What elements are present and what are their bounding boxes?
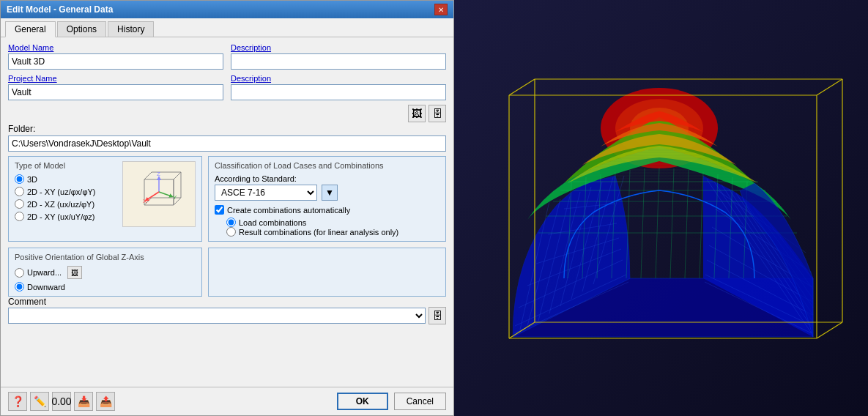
- tab-general[interactable]: General: [5, 21, 56, 37]
- radio-2d-xz-label: 2D - XZ (ux/uz/φY): [27, 200, 94, 209]
- radio-2d-xy2[interactable]: [15, 212, 24, 221]
- counter-icon: 0.00: [51, 395, 71, 407]
- z-axis-section: Positive Orientation of Global Z-Axis Up…: [8, 248, 446, 297]
- folder-input[interactable]: [8, 135, 446, 152]
- type-of-model-section: Type of Model 3D 2D - XY (uz/φx/φY) 2: [8, 156, 202, 242]
- result-combinations-item: Result combinations (for linear analysis…: [226, 227, 439, 237]
- comment-input-row: 🗄: [8, 307, 446, 324]
- project-description-input[interactable]: [231, 84, 446, 100]
- z-axis-title: Positive Orientation of Global Z-Axis: [15, 253, 196, 261]
- type-of-model-title: Type of Model: [15, 161, 119, 170]
- model-description-input[interactable]: [231, 53, 446, 70]
- folder-icon-btn-1[interactable]: 🖼: [408, 105, 426, 122]
- sections-row: Type of Model 3D 2D - XY (uz/φx/φY) 2: [8, 156, 446, 242]
- create-combinations-row: Create combinations automatically: [215, 205, 439, 215]
- svg-text:X: X: [143, 198, 147, 204]
- upward-icon: 🖼: [71, 269, 78, 277]
- svg-line-3: [144, 172, 152, 179]
- dialog-footer: ❓ ✏️ 0.00 📥 📤 OK Cancel: [1, 387, 453, 415]
- z-axis-box: Positive Orientation of Global Z-Axis Up…: [8, 248, 202, 297]
- comment-section: Comment 🗄: [8, 297, 446, 324]
- project-name-row: Project Name Description: [8, 74, 446, 100]
- radio-2d-xz-item: 2D - XZ (ux/uz/φY): [15, 199, 119, 209]
- load-combinations-radio[interactable]: [226, 218, 236, 227]
- standard-row: ASCE 7-16 ▼: [215, 185, 439, 201]
- ok-button[interactable]: OK: [337, 393, 388, 410]
- project-description-label: Description: [231, 74, 446, 83]
- comment-icon-btn[interactable]: 🗄: [429, 307, 446, 324]
- model-description-group: Description: [231, 43, 446, 70]
- close-icon: ✕: [438, 6, 444, 14]
- dialog-title: Edit Model - General Data: [7, 4, 113, 15]
- classification-title: Classification of Load Cases and Combina…: [215, 161, 439, 170]
- upward-radio[interactable]: [15, 268, 24, 278]
- model-description-label: Description: [231, 43, 446, 52]
- folder-label: Folder:: [8, 124, 446, 134]
- counter-btn[interactable]: 0.00: [52, 392, 71, 411]
- downward-radio[interactable]: [15, 282, 24, 291]
- filter-button[interactable]: ▼: [322, 185, 338, 201]
- load-combinations-item: Load combinations: [226, 218, 439, 227]
- radio-2d-xy-item: 2D - XY (uz/φx/φY): [15, 187, 119, 196]
- standard-select[interactable]: ASCE 7-16: [215, 185, 317, 201]
- project-description-group: Description: [231, 74, 446, 100]
- import-icon: 📥: [78, 395, 90, 407]
- radio-3d-label: 3D: [27, 175, 37, 184]
- z-axis-radio-group: Upward... 🖼 Downward: [15, 266, 196, 291]
- folder-row: Folder:: [8, 124, 446, 152]
- folder-input-row: [8, 135, 446, 152]
- upward-icon-btn[interactable]: 🖼: [67, 266, 82, 279]
- help-btn[interactable]: ❓: [8, 392, 27, 411]
- radio-3d-item: 3D: [15, 174, 119, 184]
- folder-icons-row: 🖼 🗄: [8, 105, 446, 122]
- filter-icon: ▼: [325, 187, 334, 198]
- export-btn[interactable]: 📤: [96, 392, 115, 411]
- cancel-button[interactable]: Cancel: [394, 393, 446, 410]
- standard-label: According to Standard:: [215, 174, 439, 183]
- comment-select[interactable]: [8, 308, 426, 324]
- combinations-radio-group: Load combinations Result combinations (f…: [226, 218, 439, 237]
- radio-3d[interactable]: [15, 174, 24, 184]
- project-name-input[interactable]: [8, 84, 223, 100]
- z-axis-placeholder: [208, 248, 446, 297]
- viewport: [454, 0, 868, 416]
- result-combinations-radio[interactable]: [226, 227, 236, 237]
- type-of-model-content: Type of Model 3D 2D - XY (uz/φx/φY) 2: [15, 161, 119, 237]
- type-radio-group: 3D 2D - XY (uz/φx/φY) 2D - XZ (ux/uz/φY): [15, 174, 119, 221]
- tab-options[interactable]: Options: [57, 21, 106, 37]
- svg-text:Y: Y: [173, 194, 177, 201]
- footer-actions: OK Cancel: [337, 393, 446, 410]
- project-name-group: Project Name: [8, 74, 223, 100]
- radio-2d-xy2-item: 2D - XY (ux/uY/φz): [15, 212, 119, 221]
- comment-icon: 🗄: [432, 310, 442, 322]
- tab-history[interactable]: History: [108, 21, 154, 37]
- model-name-group: Model Name: [8, 43, 223, 70]
- project-name-label: Project Name: [8, 74, 223, 83]
- upward-label: Upward...: [27, 268, 62, 277]
- svg-line-15: [159, 192, 171, 196]
- svg-text:Z: Z: [157, 171, 160, 177]
- radio-2d-xy2-label: 2D - XY (ux/uY/φz): [27, 212, 95, 221]
- dialog-titlebar: Edit Model - General Data ✕: [1, 1, 453, 18]
- help-icon: ❓: [12, 395, 24, 407]
- folder-icon: 🗄: [432, 108, 442, 119]
- downward-label: Downward: [27, 283, 65, 291]
- model-name-input[interactable]: [8, 53, 223, 70]
- folder-icon-btn-2[interactable]: 🗄: [429, 105, 446, 122]
- footer-icons: ❓ ✏️ 0.00 📥 📤: [8, 392, 115, 411]
- edit-btn[interactable]: ✏️: [30, 392, 49, 411]
- image-icon: 🖼: [412, 108, 422, 119]
- svg-line-14: [146, 192, 159, 200]
- create-combinations-checkbox[interactable]: [215, 205, 224, 215]
- tab-bar: General Options History: [1, 18, 453, 37]
- model-name-label: Model Name: [8, 43, 223, 52]
- model-name-row: Model Name Description: [8, 43, 446, 70]
- model-diagram: Z X Y: [122, 161, 196, 227]
- radio-2d-xy-label: 2D - XY (uz/φx/φY): [27, 187, 96, 196]
- import-btn[interactable]: 📥: [74, 392, 93, 411]
- radio-2d-xz[interactable]: [15, 199, 24, 209]
- classification-section: Classification of Load Cases and Combina…: [208, 156, 446, 242]
- export-icon: 📤: [100, 395, 112, 407]
- close-button[interactable]: ✕: [434, 4, 448, 15]
- radio-2d-xy[interactable]: [15, 187, 24, 196]
